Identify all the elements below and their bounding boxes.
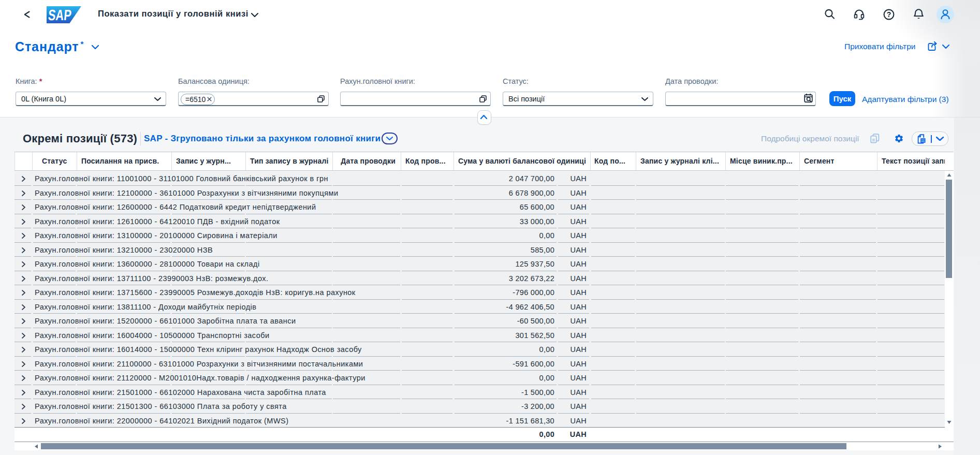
svg-text:?: ? xyxy=(887,10,891,19)
svg-text:SAP: SAP xyxy=(48,7,72,23)
